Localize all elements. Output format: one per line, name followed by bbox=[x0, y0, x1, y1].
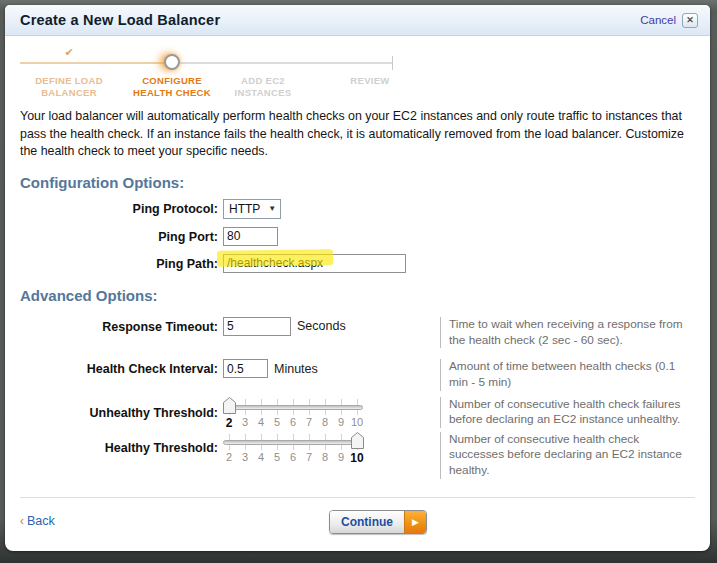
progress-line-remaining bbox=[172, 62, 392, 64]
slider-number[interactable]: 2 bbox=[221, 451, 237, 463]
ping-port-row: Ping Port: bbox=[20, 227, 695, 246]
footer-divider bbox=[20, 497, 695, 498]
cancel-link[interactable]: Cancel bbox=[640, 14, 676, 26]
slider-number[interactable]: 10 bbox=[349, 416, 365, 428]
step-add-ec2-instances: ADD EC2 INSTANCES bbox=[208, 75, 318, 99]
dialog-titlebar: Create a New Load Balancer Cancel ✕ bbox=[5, 5, 710, 36]
slider-number[interactable]: 4 bbox=[253, 416, 269, 428]
progress-end-tick bbox=[392, 56, 393, 70]
response-timeout-input[interactable] bbox=[223, 317, 291, 336]
back-link[interactable]: ‹Back bbox=[20, 514, 55, 528]
slider-number[interactable]: 10 bbox=[349, 451, 365, 465]
advanced-options-heading: Advanced Options: bbox=[20, 287, 695, 304]
intro-text: Your load balancer will automatically pe… bbox=[20, 108, 699, 161]
ping-path-row: Ping Path: bbox=[20, 254, 695, 273]
step-define-load-balancer[interactable]: DEFINE LOAD BALANCER bbox=[14, 75, 124, 99]
slider-number[interactable]: 2 bbox=[221, 416, 237, 430]
health-check-interval-help: Amount of time between health checks (0.… bbox=[440, 359, 695, 390]
back-link-label: Back bbox=[27, 514, 55, 528]
ping-path-label: Ping Path: bbox=[20, 254, 218, 271]
slider-number[interactable]: 8 bbox=[317, 451, 333, 463]
health-check-interval-unit: Minutes bbox=[274, 362, 318, 376]
continue-button-label: Continue bbox=[330, 511, 404, 533]
ping-protocol-row: Ping Protocol: HTTP ▼ bbox=[20, 199, 695, 219]
healthy-threshold-slider[interactable]: 2345678910 bbox=[223, 432, 363, 466]
slider-number[interactable]: 6 bbox=[285, 451, 301, 463]
create-load-balancer-dialog: Create a New Load Balancer Cancel ✕ ✔ DE… bbox=[5, 5, 710, 551]
unhealthy-threshold-slider[interactable]: 2345678910 bbox=[223, 397, 363, 431]
slider-number[interactable]: 5 bbox=[269, 416, 285, 428]
health-check-interval-label: Health Check Interval: bbox=[20, 359, 218, 376]
chevron-down-icon: ▼ bbox=[268, 204, 276, 213]
continue-arrow-icon: ▶ bbox=[404, 511, 426, 533]
ping-port-label: Ping Port: bbox=[20, 227, 218, 244]
slider-handle[interactable] bbox=[223, 397, 236, 414]
health-check-interval-row: Health Check Interval: Minutes Amount of… bbox=[20, 359, 695, 390]
current-step-marker bbox=[164, 54, 180, 70]
response-timeout-unit: Seconds bbox=[297, 319, 346, 333]
slider-number[interactable]: 6 bbox=[285, 416, 301, 428]
slider-number[interactable]: 3 bbox=[237, 451, 253, 463]
unhealthy-threshold-help: Number of consecutive health check failu… bbox=[440, 397, 695, 428]
response-timeout-row: Response Timeout: Seconds Time to wait w… bbox=[20, 317, 695, 348]
slider-number[interactable]: 3 bbox=[237, 416, 253, 428]
ping-protocol-label: Ping Protocol: bbox=[20, 199, 218, 216]
slider-number[interactable]: 7 bbox=[301, 416, 317, 428]
slider-handle[interactable] bbox=[351, 432, 364, 449]
ping-path-input[interactable] bbox=[223, 254, 406, 273]
response-timeout-label: Response Timeout: bbox=[20, 317, 218, 334]
footer: ‹Back Continue ▶ bbox=[20, 510, 695, 536]
healthy-threshold-row: Healthy Threshold: 2345678910 Number of … bbox=[20, 432, 695, 479]
progress-line-complete bbox=[20, 62, 172, 64]
ping-port-input[interactable] bbox=[223, 227, 278, 246]
configuration-options-heading: Configuration Options: bbox=[20, 174, 695, 191]
unhealthy-threshold-label: Unhealthy Threshold: bbox=[20, 397, 218, 420]
slider-number[interactable]: 5 bbox=[269, 451, 285, 463]
slider-number[interactable]: 4 bbox=[253, 451, 269, 463]
slider-number[interactable]: 7 bbox=[301, 451, 317, 463]
slider-track[interactable] bbox=[223, 405, 363, 410]
ping-protocol-select[interactable]: HTTP ▼ bbox=[223, 199, 281, 219]
step-review: REVIEW bbox=[315, 75, 425, 87]
dialog-title: Create a New Load Balancer bbox=[20, 12, 220, 28]
unhealthy-threshold-row: Unhealthy Threshold: 2345678910 Number o… bbox=[20, 397, 695, 431]
slider-number[interactable]: 9 bbox=[333, 451, 349, 463]
close-icon[interactable]: ✕ bbox=[682, 13, 698, 28]
ping-protocol-value: HTTP bbox=[229, 202, 260, 216]
response-timeout-help: Time to wait when receiving a response f… bbox=[440, 317, 695, 348]
wizard-step-indicator: ✔ DEFINE LOAD BALANCER CONFIGURE HEALTH … bbox=[20, 45, 695, 103]
healthy-threshold-help: Number of consecutive health check succe… bbox=[440, 432, 695, 479]
slider-number[interactable]: 8 bbox=[317, 416, 333, 428]
slider-track[interactable] bbox=[223, 440, 363, 445]
check-icon: ✔ bbox=[62, 46, 76, 59]
continue-button[interactable]: Continue ▶ bbox=[329, 510, 427, 534]
health-check-interval-input[interactable] bbox=[223, 359, 268, 378]
slider-number[interactable]: 9 bbox=[333, 416, 349, 428]
healthy-threshold-label: Healthy Threshold: bbox=[20, 432, 218, 455]
back-chevron-icon: ‹ bbox=[20, 514, 24, 528]
